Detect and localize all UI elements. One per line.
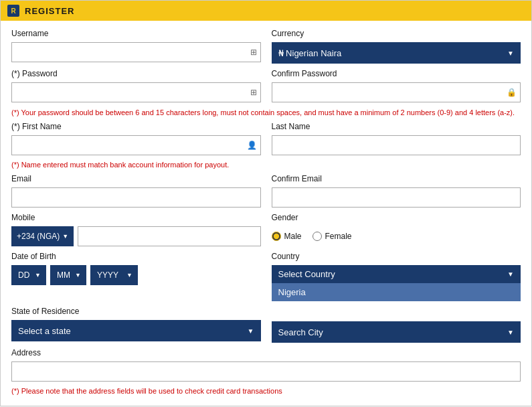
address-group: Address [11, 348, 521, 382]
username-input-wrapper: ⊞ [11, 42, 261, 62]
confirm-password-input[interactable] [272, 82, 521, 102]
gender-male-label: Male [284, 232, 302, 241]
mobile-input[interactable] [78, 226, 260, 246]
address-label: Address [11, 348, 521, 357]
confirm-password-input-wrapper: 🔒 [272, 82, 521, 102]
password-label: (*) Password [11, 69, 261, 78]
phone-prefix-button[interactable]: +234 (NGA) ▼ [11, 226, 74, 246]
email-label: Email [11, 174, 261, 183]
row-state-city: State of Residence Select a state Search… [11, 307, 521, 343]
gender-female-label: Female [325, 232, 352, 241]
password-group: (*) Password ⊞ [11, 69, 261, 102]
dob-label: Date of Birth [11, 252, 261, 261]
first-name-group: (*) First Name 👤 [11, 122, 261, 155]
city-group: Search City [272, 307, 521, 343]
email-input[interactable] [11, 187, 261, 208]
row-mobile-gender: Mobile +234 (NGA) ▼ Gender Male [11, 213, 521, 246]
gender-group: Gender Male Female [272, 213, 521, 246]
confirm-password-icon: 🔒 [507, 88, 517, 97]
row-address: Address [11, 348, 521, 382]
currency-label: Currency [272, 29, 521, 38]
form-body: Username ⊞ Currency ₦ Nigerian Naira $ U… [1, 21, 531, 406]
row-password: (*) Password ⊞ Confirm Password 🔒 [11, 69, 521, 102]
last-name-group: Last Name [272, 122, 521, 155]
city-select[interactable]: Search City [272, 321, 521, 343]
dob-yyyy-select[interactable]: YYYY [90, 265, 138, 285]
username-input[interactable] [11, 42, 261, 62]
row-username-currency: Username ⊞ Currency ₦ Nigerian Naira $ U… [11, 29, 521, 64]
address-input[interactable] [11, 361, 521, 382]
last-name-label: Last Name [272, 122, 521, 131]
first-name-note: (*) Name entered must match bank account… [11, 161, 521, 169]
password-input-wrapper: ⊞ [11, 82, 261, 102]
country-placeholder: Select Country [278, 269, 335, 279]
row-dob-country: Date of Birth DD MM YYYY [11, 252, 521, 301]
state-select-wrapper: Select a state [11, 320, 261, 341]
dob-mm-wrapper: MM [50, 265, 86, 285]
last-name-input[interactable] [272, 135, 521, 155]
row-name: (*) First Name 👤 Last Name [11, 122, 521, 155]
mobile-label: Mobile [11, 213, 261, 222]
gender-male-radio[interactable] [272, 232, 281, 241]
dob-group: Date of Birth DD MM YYYY [11, 252, 261, 301]
currency-select-wrapper: ₦ Nigerian Naira $ US Dollar € Euro [272, 42, 521, 64]
country-arrow-icon: ▼ [507, 270, 514, 278]
gender-male-option[interactable]: Male [272, 232, 302, 241]
state-group: State of Residence Select a state [11, 307, 261, 343]
city-spacer-label [272, 307, 521, 316]
gender-label: Gender [272, 213, 521, 222]
row-email: Email Confirm Email [11, 174, 521, 208]
window-title: REGISTER [25, 6, 74, 16]
first-name-icon: 👤 [247, 141, 257, 150]
register-window: R REGISTER Username ⊞ Currency ₦ Nigeria… [0, 0, 532, 406]
dob-dd-wrapper: DD [11, 265, 46, 285]
confirm-email-label: Confirm Email [272, 174, 521, 183]
first-name-input-wrapper: 👤 [11, 135, 261, 155]
address-note: (*) Please note that the address fields … [11, 387, 521, 395]
confirm-password-group: Confirm Password 🔒 [272, 69, 521, 102]
dob-yyyy-wrapper: YYYY [90, 265, 138, 285]
title-bar: R REGISTER [1, 1, 531, 21]
phone-prefix-text: +234 (NGA) [17, 232, 60, 241]
phone-prefix-arrow: ▼ [62, 233, 68, 240]
password-icon: ⊞ [250, 88, 257, 97]
first-name-label: (*) First Name [11, 122, 261, 131]
username-icon: ⊞ [250, 48, 257, 57]
gender-female-option[interactable]: Female [313, 232, 352, 241]
gender-options-row: Male Female [272, 226, 521, 246]
username-label: Username [11, 29, 261, 38]
country-dropdown-area: Select Country ▼ Nigeria [272, 265, 521, 301]
country-group: Country Select Country ▼ Nigeria [272, 252, 521, 301]
app-icon: R [7, 5, 19, 17]
currency-select[interactable]: ₦ Nigerian Naira $ US Dollar € Euro [272, 42, 521, 64]
mobile-group: Mobile +234 (NGA) ▼ [11, 213, 261, 246]
confirm-password-label: Confirm Password [272, 69, 521, 78]
password-input[interactable] [11, 82, 261, 102]
dob-dd-select[interactable]: DD [11, 265, 46, 285]
state-select[interactable]: Select a state [11, 320, 261, 341]
first-name-input[interactable] [11, 135, 261, 155]
username-group: Username ⊞ [11, 29, 261, 64]
email-group: Email [11, 174, 261, 208]
dob-row: DD MM YYYY [11, 265, 261, 285]
country-option-nigeria[interactable]: Nigeria [272, 283, 521, 301]
dob-mm-select[interactable]: MM [50, 265, 86, 285]
gender-female-radio[interactable] [313, 232, 322, 241]
currency-group: Currency ₦ Nigerian Naira $ US Dollar € … [272, 29, 521, 64]
state-label: State of Residence [11, 307, 261, 316]
confirm-email-input[interactable] [272, 187, 521, 208]
city-select-wrapper: Search City [272, 321, 521, 343]
country-select-bar[interactable]: Select Country ▼ [272, 265, 521, 283]
mobile-row: +234 (NGA) ▼ [11, 226, 261, 246]
confirm-email-group: Confirm Email [272, 174, 521, 208]
password-note: (*) Your password should be between 6 an… [11, 108, 521, 118]
country-label: Country [272, 252, 521, 261]
